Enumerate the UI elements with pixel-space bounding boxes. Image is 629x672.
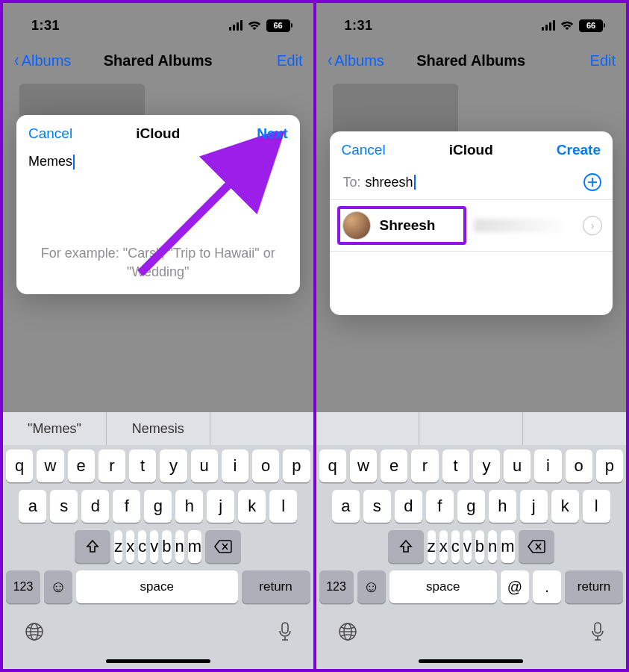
suggestion-bar <box>316 412 627 445</box>
backspace-key[interactable] <box>519 530 554 563</box>
key-p[interactable]: p <box>596 449 623 482</box>
key-v[interactable]: v <box>150 530 158 563</box>
key-b[interactable]: b <box>162 530 171 563</box>
key-z[interactable]: z <box>428 530 436 563</box>
return-key[interactable]: return <box>242 570 310 603</box>
key-s[interactable]: s <box>363 490 391 523</box>
avatar <box>342 211 371 240</box>
key-r[interactable]: r <box>98 449 125 482</box>
cancel-button[interactable]: Cancel <box>342 142 386 158</box>
symbols-key[interactable]: 123 <box>6 570 40 603</box>
screenshot-left: 1:31 66 ‹ Albums Shared Albums Edit Canc… <box>3 3 313 669</box>
key-y[interactable]: y <box>160 449 187 482</box>
key-e[interactable]: e <box>68 449 95 482</box>
add-contact-button[interactable] <box>583 172 602 192</box>
key-e[interactable]: e <box>381 449 407 482</box>
globe-icon[interactable] <box>24 621 45 642</box>
key-r[interactable]: r <box>411 449 438 482</box>
mic-icon[interactable] <box>278 621 292 642</box>
suggestion-2[interactable]: Nemesis <box>107 412 210 445</box>
key-a[interactable]: a <box>19 490 46 523</box>
text-cursor <box>73 155 75 169</box>
space-key[interactable]: space <box>389 570 498 603</box>
at-key[interactable]: @ <box>501 570 529 603</box>
key-n[interactable]: n <box>175 530 184 563</box>
key-b[interactable]: b <box>475 530 484 563</box>
contact-suggestion-row[interactable]: Shreesh › <box>330 199 613 252</box>
key-l[interactable]: l <box>583 490 610 523</box>
space-key[interactable]: space <box>76 570 238 603</box>
battery-icon: 66 <box>266 19 292 32</box>
contact-highlight: Shreesh <box>337 206 467 245</box>
symbols-key[interactable]: 123 <box>319 570 354 603</box>
key-k[interactable]: k <box>238 490 266 523</box>
key-a[interactable]: a <box>332 490 360 523</box>
key-h[interactable]: h <box>489 490 516 523</box>
key-x[interactable]: x <box>439 530 448 563</box>
key-i[interactable]: i <box>222 449 248 482</box>
key-t[interactable]: t <box>129 449 156 482</box>
album-name-input[interactable]: Memes <box>16 151 300 169</box>
key-o[interactable]: o <box>252 449 279 482</box>
key-d[interactable]: d <box>395 490 422 523</box>
wifi-icon <box>247 20 262 31</box>
next-button[interactable]: Next <box>257 125 287 142</box>
key-q[interactable]: q <box>319 449 346 482</box>
key-x[interactable]: x <box>126 530 134 563</box>
cancel-button[interactable]: Cancel <box>28 125 72 142</box>
key-k[interactable]: k <box>551 490 579 523</box>
shift-key[interactable] <box>75 530 110 563</box>
key-w[interactable]: w <box>37 449 63 482</box>
key-f[interactable]: f <box>113 490 140 523</box>
status-bar: 1:31 66 <box>316 10 627 40</box>
key-g[interactable]: g <box>144 490 172 523</box>
key-t[interactable]: t <box>442 449 469 482</box>
suggestion-1[interactable]: "Memes" <box>3 412 107 445</box>
key-n[interactable]: n <box>488 530 497 563</box>
key-p[interactable]: p <box>283 449 310 482</box>
key-c[interactable]: c <box>138 530 146 563</box>
key-l[interactable]: l <box>269 490 297 523</box>
key-f[interactable]: f <box>426 490 454 523</box>
key-v[interactable]: v <box>463 530 472 563</box>
key-m[interactable]: m <box>188 530 201 563</box>
create-button[interactable]: Create <box>557 142 601 158</box>
emoji-key[interactable]: ☺ <box>44 570 72 603</box>
suggestion-3[interactable] <box>210 412 313 445</box>
key-w[interactable]: w <box>350 449 377 482</box>
key-c[interactable]: c <box>451 530 460 563</box>
key-h[interactable]: h <box>175 490 203 523</box>
globe-icon[interactable] <box>337 621 358 642</box>
edit-button[interactable]: Edit <box>277 52 302 69</box>
suggestion-3[interactable] <box>523 412 626 445</box>
disclosure-icon[interactable]: › <box>583 216 602 235</box>
key-d[interactable]: d <box>81 490 109 523</box>
mic-icon[interactable] <box>590 621 605 642</box>
key-i[interactable]: i <box>534 449 561 482</box>
return-key[interactable]: return <box>565 570 623 603</box>
to-field[interactable]: To: shreesh <box>330 167 613 199</box>
shift-key[interactable] <box>388 530 424 563</box>
key-o[interactable]: o <box>566 449 592 482</box>
key-s[interactable]: s <box>50 490 78 523</box>
key-g[interactable]: g <box>457 490 485 523</box>
suggestion-2[interactable] <box>419 412 523 445</box>
to-label: To: <box>343 175 361 190</box>
key-u[interactable]: u <box>191 449 218 482</box>
key-u[interactable]: u <box>504 449 531 482</box>
key-j[interactable]: j <box>520 490 548 523</box>
key-m[interactable]: m <box>501 530 514 563</box>
key-q[interactable]: q <box>6 449 33 482</box>
keyboard: "Memes" Nemesis qwertyuiop asdfghjkl zxc… <box>3 412 313 669</box>
emoji-key[interactable]: ☺ <box>357 570 386 603</box>
keyboard: qwertyuiop asdfghjkl zxcvbnm 123 ☺ space… <box>316 412 627 669</box>
edit-button[interactable]: Edit <box>590 52 616 69</box>
suggestion-1[interactable] <box>316 412 420 445</box>
key-z[interactable]: z <box>114 530 122 563</box>
backspace-key[interactable] <box>205 530 241 563</box>
dot-key[interactable]: . <box>533 570 561 603</box>
status-icons: 66 <box>542 19 605 32</box>
key-j[interactable]: j <box>207 490 234 523</box>
contact-name: Shreesh <box>380 217 436 234</box>
key-y[interactable]: y <box>473 449 500 482</box>
